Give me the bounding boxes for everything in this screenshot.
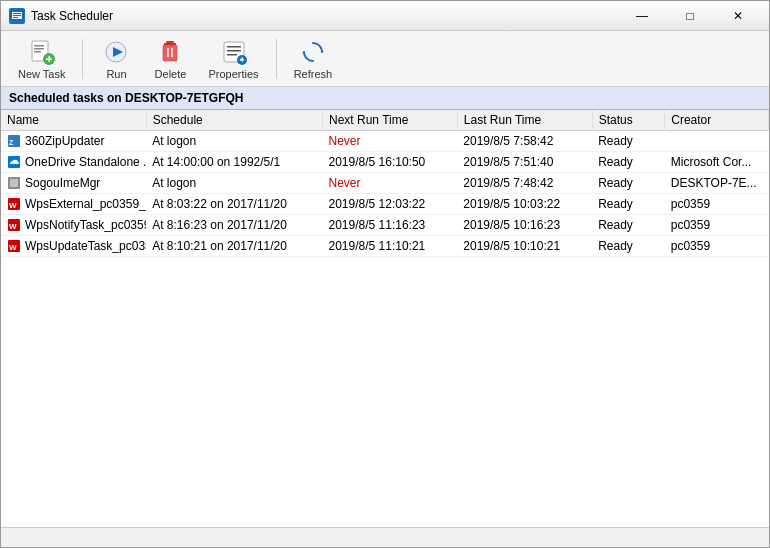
task-schedule: At 14:00:00 on 1992/5/1 <box>146 152 322 173</box>
svg-rect-20 <box>227 46 241 48</box>
refresh-icon <box>299 38 327 66</box>
table-row[interactable]: WWpsUpdateTask_pc0359At 8:10:21 on 2017/… <box>1 236 769 257</box>
task-status: Ready <box>592 131 665 152</box>
task-next-run: 2019/8/5 16:10:50 <box>323 152 458 173</box>
svg-rect-2 <box>13 13 21 14</box>
svg-text:Z: Z <box>9 139 14 146</box>
table-row[interactable]: Z360ZipUpdaterAt logonNever2019/8/5 7:58… <box>1 131 769 152</box>
svg-rect-4 <box>13 17 18 18</box>
table-row[interactable]: SogouImeMgrAt logonNever2019/8/5 7:48:42… <box>1 173 769 194</box>
svg-rect-17 <box>167 48 169 57</box>
svg-rect-3 <box>13 15 21 16</box>
svg-rect-22 <box>227 54 237 56</box>
svg-marker-27 <box>302 52 306 56</box>
svg-rect-16 <box>163 45 177 61</box>
properties-label: Properties <box>208 68 258 80</box>
task-name: WWpsNotifyTask_pc0359 <box>1 215 146 236</box>
table-row[interactable]: WWpsExternal_pc0359_...At 8:03:22 on 201… <box>1 194 769 215</box>
run-label: Run <box>106 68 126 80</box>
maximize-button[interactable]: □ <box>667 1 713 31</box>
svg-text:W: W <box>9 243 17 252</box>
col-status[interactable]: Status <box>592 110 665 131</box>
task-next-run: 2019/8/5 11:10:21 <box>323 236 458 257</box>
task-icon <box>7 176 21 190</box>
task-last-run: 2019/8/5 10:16:23 <box>457 215 592 236</box>
task-name: OneDrive Standalone ... <box>1 152 146 173</box>
new-task-button[interactable]: New Task <box>9 35 74 83</box>
col-last-run[interactable]: Last Run Time <box>457 110 592 131</box>
task-schedule: At logon <box>146 173 322 194</box>
toolbar: New Task Run <box>1 31 769 87</box>
task-icon: W <box>7 197 21 211</box>
table-row[interactable]: OneDrive Standalone ...At 14:00:00 on 19… <box>1 152 769 173</box>
task-last-run: 2019/8/5 7:51:40 <box>457 152 592 173</box>
task-icon: Z <box>7 134 21 148</box>
window-controls: — □ ✕ <box>619 1 761 31</box>
refresh-button[interactable]: Refresh <box>285 35 342 83</box>
task-status: Ready <box>592 215 665 236</box>
task-icon <box>7 155 21 169</box>
task-creator: Microsoft Cor... <box>665 152 769 173</box>
refresh-label: Refresh <box>294 68 333 80</box>
separator-1 <box>82 39 83 79</box>
task-schedule: At logon <box>146 131 322 152</box>
svg-marker-26 <box>320 48 324 52</box>
task-creator: pc0359 <box>665 215 769 236</box>
task-icon: W <box>7 218 21 232</box>
task-icon: W <box>7 239 21 253</box>
task-schedule: At 8:03:22 on 2017/11/20 <box>146 194 322 215</box>
task-name: WWpsUpdateTask_pc0359 <box>1 236 146 257</box>
task-next-run: 2019/8/5 11:16:23 <box>323 215 458 236</box>
delete-label: Delete <box>155 68 187 80</box>
separator-2 <box>276 39 277 79</box>
task-table-container[interactable]: Name Schedule Next Run Time Last Run Tim… <box>1 110 769 527</box>
task-creator: DESKTOP-7E... <box>665 173 769 194</box>
properties-button[interactable]: Properties <box>199 35 267 83</box>
properties-icon <box>220 38 248 66</box>
run-button[interactable]: Run <box>91 35 141 83</box>
task-next-run: 2019/8/5 12:03:22 <box>323 194 458 215</box>
svg-rect-8 <box>34 51 41 53</box>
col-creator[interactable]: Creator <box>665 110 769 131</box>
task-status: Ready <box>592 236 665 257</box>
task-schedule: At 8:10:21 on 2017/11/20 <box>146 236 322 257</box>
table-row[interactable]: WWpsNotifyTask_pc0359At 8:16:23 on 2017/… <box>1 215 769 236</box>
svg-text:W: W <box>9 222 17 231</box>
content-header: Scheduled tasks on DESKTOP-7ETGFQH <box>1 87 769 110</box>
svg-rect-14 <box>164 43 176 45</box>
app-icon <box>9 8 25 24</box>
task-last-run: 2019/8/5 10:10:21 <box>457 236 592 257</box>
task-name: WWpsExternal_pc0359_... <box>1 194 146 215</box>
task-schedule: At 8:16:23 on 2017/11/20 <box>146 215 322 236</box>
task-table: Name Schedule Next Run Time Last Run Tim… <box>1 110 769 257</box>
close-button[interactable]: ✕ <box>715 1 761 31</box>
task-next-run: Never <box>323 131 458 152</box>
task-creator <box>665 131 769 152</box>
task-last-run: 2019/8/5 7:48:42 <box>457 173 592 194</box>
new-task-label: New Task <box>18 68 65 80</box>
task-last-run: 2019/8/5 10:03:22 <box>457 194 592 215</box>
svg-rect-6 <box>34 45 44 47</box>
task-last-run: 2019/8/5 7:58:42 <box>457 131 592 152</box>
new-task-icon <box>28 38 56 66</box>
delete-button[interactable]: Delete <box>145 35 195 83</box>
task-scheduler-window: Task Scheduler — □ ✕ New Task <box>0 0 770 548</box>
window-title: Task Scheduler <box>31 9 113 23</box>
svg-rect-18 <box>171 48 173 57</box>
col-schedule[interactable]: Schedule <box>146 110 322 131</box>
task-name: Z360ZipUpdater <box>1 131 146 152</box>
table-header-row: Name Schedule Next Run Time Last Run Tim… <box>1 110 769 131</box>
col-name[interactable]: Name <box>1 110 146 131</box>
title-bar: Task Scheduler — □ ✕ <box>1 1 769 31</box>
task-status: Ready <box>592 173 665 194</box>
run-icon <box>102 38 130 66</box>
svg-rect-11 <box>48 56 50 62</box>
task-next-run: Never <box>323 173 458 194</box>
svg-rect-7 <box>34 48 44 50</box>
status-bar <box>1 527 769 547</box>
task-name: SogouImeMgr <box>1 173 146 194</box>
svg-rect-25 <box>241 57 243 61</box>
minimize-button[interactable]: — <box>619 1 665 31</box>
col-next-run[interactable]: Next Run Time <box>323 110 458 131</box>
task-status: Ready <box>592 152 665 173</box>
